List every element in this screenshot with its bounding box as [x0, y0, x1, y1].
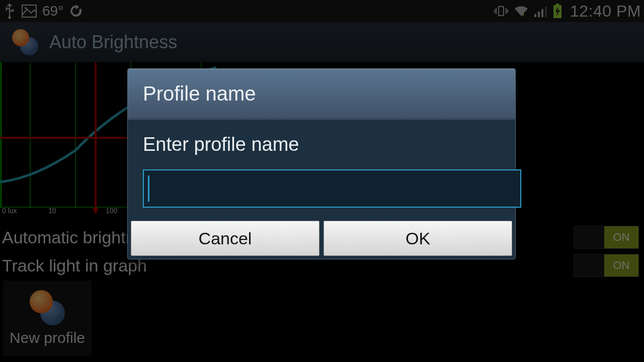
dialog-body: Enter profile name [128, 119, 515, 218]
ok-button[interactable]: OK [324, 221, 512, 256]
dialog-prompt: Enter profile name [143, 134, 500, 155]
profile-name-input-wrap [143, 169, 521, 208]
profile-name-input[interactable] [143, 169, 521, 208]
profile-name-dialog: Profile name Enter profile name Cancel O… [127, 68, 516, 259]
text-caret [148, 175, 149, 202]
dialog-title: Profile name [128, 69, 515, 119]
cancel-button[interactable]: Cancel [131, 221, 319, 256]
dialog-actions: Cancel OK [128, 218, 515, 259]
